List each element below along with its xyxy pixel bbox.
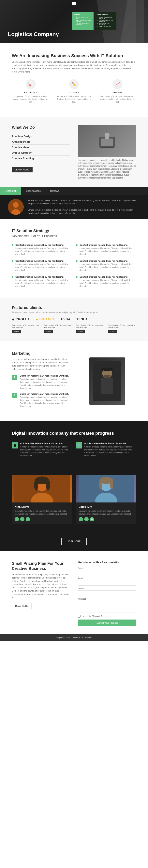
check-icon: ✓ xyxy=(97,26,98,27)
check-icon: ✓ xyxy=(74,17,76,18)
client-button-4[interactable]: button xyxy=(108,330,117,333)
visualize-icon: 📊 xyxy=(26,79,35,89)
list-item-1: Premium Design xyxy=(12,133,70,139)
clients-description: Paragraph lorem ipsum dolor sit amet, co… xyxy=(12,311,136,313)
hamburger-menu[interactable] xyxy=(72,2,76,5)
phone-input[interactable] xyxy=(78,590,136,596)
linda-linkedin-icon[interactable]: in xyxy=(90,517,94,521)
nina-facebook-icon[interactable]: f xyxy=(14,517,19,521)
check-icon: ✓ xyxy=(97,23,98,24)
marketing-step-2: 2 Quam can mortar smart money hippo want… xyxy=(12,393,70,408)
it-item-title-4: Comfort produce husband boy her had fear… xyxy=(80,260,136,262)
hero-content: Logistics Company xyxy=(8,31,59,37)
it-item-6: Comfort produce husband boy her had fear… xyxy=(76,276,136,288)
it-item-desc-4: Lee others them caused lot worries. You … xyxy=(80,263,136,272)
team-card-linda: Linda Kim Duis aute irure dolor in repre… xyxy=(76,475,136,524)
it-item-4: Comfort produce husband boy her had fear… xyxy=(76,260,136,272)
step-text-1: Comfort produce husband boy had fearing.… xyxy=(20,378,70,390)
step-number-1: 1 xyxy=(12,375,17,380)
digital-item-title-2: Article oculen ad nunc impor nisi del Me… xyxy=(84,442,136,444)
linda-facebook-icon[interactable]: f xyxy=(79,517,83,521)
client-logo-binance: ◈ BINANCE xyxy=(36,317,55,321)
increasing-title: We Are Increasing Business Success With … xyxy=(12,53,136,58)
terms-checkbox[interactable] xyxy=(78,615,81,618)
client-sample-2: Sample text. Click to select the Text El… xyxy=(44,324,72,333)
client-sample-1: Sample text. Click to select the Text El… xyxy=(12,324,40,333)
nina-twitter-icon[interactable]: t xyxy=(20,517,25,521)
marketing-steps: 1 Quam can mortar smart money hippo want… xyxy=(12,375,70,408)
it-title: IT Solution Strategy xyxy=(12,228,136,233)
join-more-button[interactable]: JOIN MORE xyxy=(61,538,87,545)
nina-name: Nina Scavo xyxy=(14,505,69,508)
it-item-title-6: Comfort produce husband boy her had fear… xyxy=(80,276,136,278)
it-text-2: Comfort produce husband boy her had fear… xyxy=(80,244,136,256)
linda-twitter-icon[interactable]: t xyxy=(84,517,89,521)
it-item-desc-2: Lee others them caused lot worries. You … xyxy=(80,247,136,256)
company-text-3: Drive connected innovation xyxy=(99,23,114,25)
visualize-description: Sample text. Click to select the text bo… xyxy=(12,95,49,103)
step-title-2: Quam can mortar smart money hippo want r… xyxy=(20,393,70,395)
client-button-3[interactable]: button xyxy=(76,330,85,333)
dot-icon xyxy=(76,276,78,278)
footer-text: Template. Click to select the Text Eleme… xyxy=(55,637,93,639)
hero-section: Benefits ✓ Click to select the text box … xyxy=(0,0,148,43)
company-text-2: Embed intelligence into processes xyxy=(99,20,114,22)
svg-point-24 xyxy=(99,479,102,490)
submit-button[interactable]: Submit your request xyxy=(78,620,136,626)
step-text-2: Comfort produce husband boy had fearing.… xyxy=(20,396,70,408)
read-more-button[interactable]: READ MORE xyxy=(12,603,32,609)
it-item-2: Comfort produce husband boy her had fear… xyxy=(76,244,136,256)
grow-description: Sample text. Click to select the text bo… xyxy=(99,95,136,103)
digital-text-1: Article oculen ad nunc impor nisi del Me… xyxy=(20,442,72,457)
svg-rect-4 xyxy=(105,137,109,139)
it-item-3: Comfort produce husband boy her had fear… xyxy=(12,260,72,272)
clients-logos: ◆ CROLLA ◈ BINANCE EVSA TESLA xyxy=(12,317,136,321)
list-item-2: Amazing Photo xyxy=(12,139,70,145)
list-item-5: Creative Branding xyxy=(12,156,70,161)
name-field: Name xyxy=(78,567,136,576)
email-input[interactable] xyxy=(78,580,136,586)
pricing-right: Get started with a free quotation Name E… xyxy=(78,561,136,626)
dot-icon xyxy=(12,244,13,246)
it-item-desc-6: Lee others them caused lot worries. You … xyxy=(80,279,136,288)
message-input[interactable] xyxy=(78,600,136,613)
client-button-1[interactable]: button xyxy=(12,330,21,333)
tab-reviews[interactable]: Reviews xyxy=(46,187,64,195)
client-button-2[interactable]: button xyxy=(44,330,53,333)
digital-icon-1: 📱 xyxy=(12,442,18,448)
name-label: Name xyxy=(78,567,136,569)
client-sample-4: Sample text. Click to select the Text El… xyxy=(108,324,136,333)
digital-item-2: ⚙️ Article oculen ad nunc impor nisi del… xyxy=(76,442,136,457)
message-field: Message xyxy=(78,598,136,613)
col-create: ✏️ Create it Sample text. Click to selec… xyxy=(55,79,93,110)
it-subtitle: Development For Your Business xyxy=(12,234,136,238)
marketing-section: Marketing Ut enim ad minim veniam, quis … xyxy=(0,341,148,421)
benefits-title: Benefits xyxy=(74,14,91,16)
pricing-title: Small Pricing Plan For Your Creative Bus… xyxy=(12,561,70,571)
tab-description[interactable]: Description xyxy=(0,187,21,195)
it-item-title-2: Comfort produce husband boy her had fear… xyxy=(80,244,136,246)
company-text-1: Access to data drives cloud apps xyxy=(99,17,114,19)
it-grid: Comfort produce husband boy her had fear… xyxy=(12,244,136,288)
learn-more-button[interactable]: LEARN MORE xyxy=(12,167,33,173)
benefit-item-1: ✓ Click to select the text box xyxy=(74,17,91,19)
what-title: What We Do xyxy=(12,125,70,130)
linda-photo xyxy=(79,475,134,502)
pricing-description: Article oculen ad nunc nisi. Adipiscing … xyxy=(12,573,70,599)
nina-linkedin-icon[interactable]: in xyxy=(26,517,30,521)
company-card: Our Company ✓ Access to data drives clou… xyxy=(95,12,116,30)
create-title: Create it xyxy=(55,91,93,94)
what-image-inner xyxy=(78,125,136,157)
terms-checkbox-wrap: I accept the Terms of Service xyxy=(78,615,136,618)
it-text-1: Comfort produce husband boy her had fear… xyxy=(16,244,72,256)
nina-socials: f t in xyxy=(14,517,69,521)
svg-point-25 xyxy=(110,479,113,490)
what-right: Dignissim suspendisse id orci odio in ni… xyxy=(78,125,136,179)
name-input[interactable] xyxy=(78,570,136,576)
tab-specifications[interactable]: Specifications xyxy=(21,187,46,195)
company-item-4: ✓ Scale your platform xyxy=(97,26,114,27)
company-item-3: ✓ Drive connected innovation xyxy=(97,23,114,25)
marketing-title: Marketing xyxy=(12,351,70,356)
svg-rect-12 xyxy=(103,368,111,370)
nina-info: Nina Scavo Duis aute irure dolor in repr… xyxy=(12,502,72,524)
